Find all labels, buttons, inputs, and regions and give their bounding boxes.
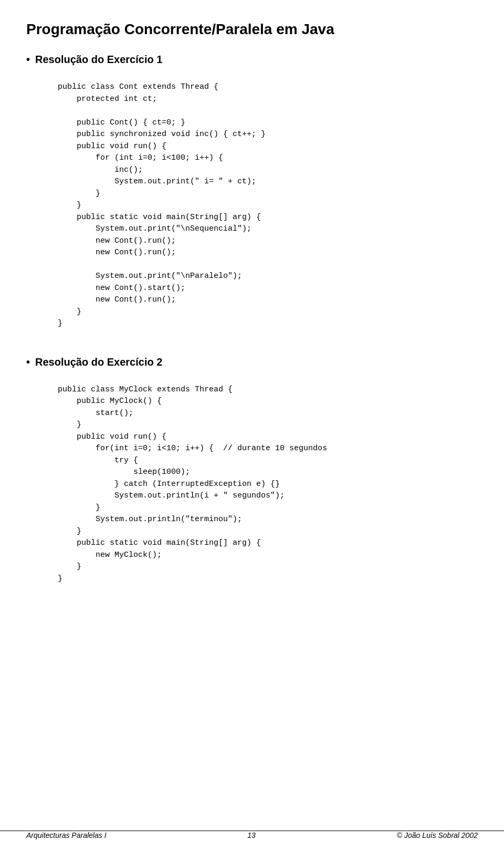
bullet2-icon: •: [26, 356, 30, 368]
exercise1-heading-text: Resolução do Exercício 1: [35, 54, 162, 66]
footer-page-number: 13: [247, 831, 256, 839]
exercise1-section: • Resolução do Exercício 1 public class …: [26, 54, 478, 335]
exercise1-heading: • Resolução do Exercício 1: [26, 54, 478, 66]
footer-copyright: © João Luís Sobral 2002: [397, 831, 478, 839]
exercise2-section: • Resolução do Exercício 2 public class …: [26, 356, 478, 590]
exercise2-heading: • Resolução do Exercício 2: [26, 356, 478, 368]
bullet-icon: •: [26, 54, 30, 66]
exercise2-heading-text: Resolução do Exercício 2: [35, 356, 162, 368]
footer-course-name: Arquitecturas Paralelas I: [26, 831, 107, 839]
page-footer: Arquitecturas Paralelas I 13 © João Luís…: [0, 831, 504, 839]
exercise2-code: public class MyClock extends Thread { pu…: [26, 379, 478, 590]
exercise1-code: public class Cont extends Thread { prote…: [26, 76, 478, 335]
page-title: Programação Concorrente/Paralela em Java: [26, 21, 478, 38]
